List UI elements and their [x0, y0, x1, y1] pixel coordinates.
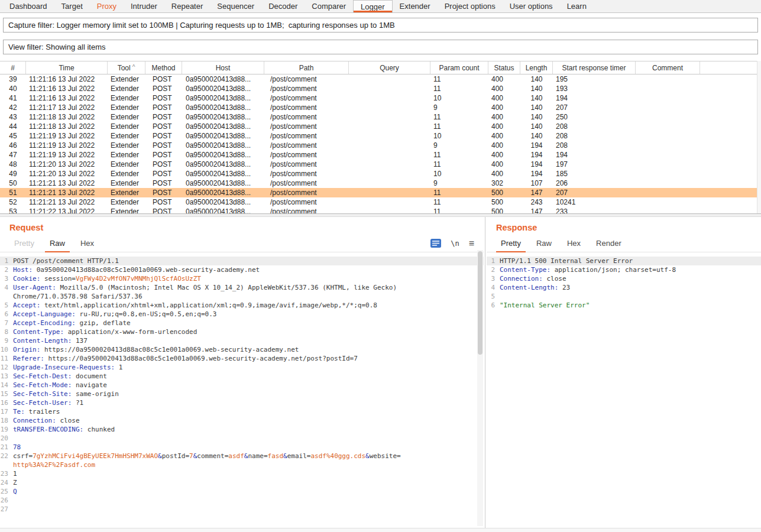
request-editor[interactable]: 1POST /post/comment HTTP/1.12Host: 0a950… [0, 252, 484, 514]
cell-start-response-timer: 193 [553, 85, 636, 93]
show-newlines-icon[interactable]: \n [451, 239, 459, 248]
response-tabs: PrettyRawHexRender [487, 235, 761, 252]
menu-tab-sequencer[interactable]: Sequencer [210, 0, 261, 12]
text-segment: ?1 [72, 399, 83, 407]
text-segment: User-Agent: [13, 284, 56, 291]
response-tab-raw[interactable]: Raw [530, 235, 558, 252]
request-tab-hex[interactable]: Hex [75, 235, 100, 252]
editor-menu-icon[interactable]: ≡ [469, 238, 474, 249]
menu-tab-decoder[interactable]: Decoder [261, 0, 305, 12]
request-scrollbar[interactable] [477, 250, 483, 526]
menu-tab-repeater[interactable]: Repeater [164, 0, 210, 12]
request-scrollbar-thumb[interactable] [478, 251, 482, 355]
line-content: csrf=7gYzhMCiFvi4gBEyUEEk7HmHSHM7xWAO&po… [13, 452, 401, 469]
log-row-48[interactable]: 4811:21:20 13 Jul 2022ExtenderPOST0a9500… [0, 160, 761, 169]
cell-method: POST [145, 160, 182, 168]
table-vertical-scrollbar[interactable] [757, 61, 761, 213]
response-tab-render[interactable]: Render [590, 235, 627, 252]
text-segment: 7 [189, 452, 193, 460]
log-row-53[interactable]: 5311:21:22 13 Jul 2022ExtenderPOST0a9500… [0, 207, 761, 213]
text-segment: Origin: [13, 346, 40, 353]
cell-path: /post/comment [264, 179, 349, 187]
cell-time: 11:21:20 13 Jul 2022 [26, 170, 108, 178]
menu-tab-comparer[interactable]: Comparer [305, 0, 353, 12]
menu-tab-intruder[interactable]: Intruder [124, 0, 164, 12]
text-segment: & [283, 452, 287, 460]
menu-tab-user-options[interactable]: User options [503, 0, 560, 12]
capture-filter-bar[interactable]: Capture filter: Logger memory limit set … [3, 18, 758, 33]
text-segment: email= [287, 452, 311, 460]
text-segment: Host: [13, 266, 33, 274]
column-header-start-response-timer[interactable]: Start response timer [553, 61, 636, 74]
bottom-horizontal-scrollbar[interactable] [0, 528, 761, 532]
menu-tab-project-options[interactable]: Project options [438, 0, 503, 12]
wrap-lines-icon[interactable] [430, 239, 441, 248]
log-row-43[interactable]: 4311:21:18 13 Jul 2022ExtenderPOST0a9500… [0, 112, 761, 122]
column-header-comment[interactable]: Comment [636, 61, 700, 74]
log-row-44[interactable]: 4411:21:18 13 Jul 2022ExtenderPOST0a9500… [0, 122, 761, 131]
log-row-40[interactable]: 4011:21:16 13 Jul 2022ExtenderPOST0a9500… [0, 84, 761, 93]
request-line: 9Content-Length: 137 [0, 336, 484, 345]
cell-length: 194 [520, 170, 553, 178]
cell-time: 11:21:16 13 Jul 2022 [26, 75, 108, 83]
log-row-51[interactable]: 5111:21:21 13 Jul 2022ExtenderPOST0a9500… [0, 188, 761, 197]
log-row-50[interactable]: 5011:21:21 13 Jul 2022ExtenderPOST0a9500… [0, 179, 761, 188]
column-header-param-count[interactable]: Param count [430, 61, 488, 74]
column-header-host[interactable]: Host [182, 61, 264, 74]
text-segment: VgFWy4D2vMfON7vMNMhjQlScfAOsUzZT [76, 275, 201, 283]
column-header-tool[interactable]: Tool^ [108, 61, 145, 74]
menu-tab-proxy[interactable]: Proxy [90, 0, 124, 12]
text-segment: 78 [13, 443, 21, 451]
menu-tab-logger[interactable]: Logger [353, 0, 392, 12]
cell-tool: Extender [108, 122, 145, 131]
line-content: tRANSFER-ENCODING: chunked [13, 425, 401, 434]
log-row-49[interactable]: 4911:21:20 13 Jul 2022ExtenderPOST0a9500… [0, 169, 761, 179]
view-filter-bar[interactable]: View filter: Showing all items [3, 40, 758, 54]
column-header-path[interactable]: Path [264, 61, 349, 74]
request-line: 7Accept-Encoding: gzip, deflate [0, 319, 484, 327]
line-number: 15 [0, 390, 13, 398]
cell-time: 11:21:19 13 Jul 2022 [26, 132, 108, 140]
column-header-method[interactable]: Method [145, 61, 182, 74]
cell-tool: Extender [108, 179, 145, 187]
menu-tab-extender[interactable]: Extender [393, 0, 438, 12]
log-row-52[interactable]: 5211:21:21 13 Jul 2022ExtenderPOST0a9500… [0, 197, 761, 207]
response-tab-pretty[interactable]: Pretty [495, 235, 527, 252]
cell-path: /post/comment [264, 170, 349, 178]
cell-start-response-timer: 194 [553, 151, 636, 159]
response-tab-hex[interactable]: Hex [561, 235, 587, 252]
text-segment: Te: [13, 408, 25, 416]
column-header-time[interactable]: Time [26, 61, 108, 74]
cell-num: 45 [0, 132, 26, 140]
request-line: 13Sec-Fetch-Dest: document [0, 372, 484, 381]
cell-tool: Extender [108, 75, 145, 83]
request-tab-pretty[interactable]: Pretty [8, 235, 40, 252]
menu-tab-dashboard[interactable]: Dashboard [2, 0, 54, 12]
text-segment: same-origin [72, 390, 118, 398]
log-row-41[interactable]: 4111:21:16 13 Jul 2022ExtenderPOST0a9500… [0, 93, 761, 103]
column-header-query[interactable]: Query [349, 61, 430, 74]
column-header-status[interactable]: Status [488, 61, 520, 74]
line-number: 24 [0, 478, 13, 487]
cell-host: 0a9500020413d88... [182, 75, 264, 83]
menu-tab-target[interactable]: Target [54, 0, 90, 12]
request-line: 26 [0, 496, 484, 505]
request-tab-raw[interactable]: Raw [44, 235, 71, 252]
request-line: 1POST /post/comment HTTP/1.1 [0, 257, 484, 265]
log-row-42[interactable]: 4211:21:17 13 Jul 2022ExtenderPOST0a9500… [0, 103, 761, 112]
request-line: 11Referer: https://0a9500020413d88ac08c5… [0, 354, 484, 363]
log-row-39[interactable]: 3911:21:16 13 Jul 2022ExtenderPOST0a9500… [0, 74, 761, 84]
log-row-45[interactable]: 4511:21:19 13 Jul 2022ExtenderPOST0a9500… [0, 131, 761, 141]
line-content: Accept: text/html,application/xhtml+xml,… [13, 301, 401, 310]
view-filter-text: View filter: Showing all items [8, 43, 106, 51]
response-line: 2Content-Type: application/json; charset… [487, 265, 761, 274]
cell-length: 194 [520, 160, 553, 168]
line-number: 8 [0, 327, 13, 336]
log-row-46[interactable]: 4611:21:19 13 Jul 2022ExtenderPOST0a9500… [0, 141, 761, 150]
column-header-num[interactable]: # [0, 61, 26, 74]
log-row-47[interactable]: 4711:21:19 13 Jul 2022ExtenderPOST0a9500… [0, 150, 761, 160]
response-editor[interactable]: 1HTTP/1.1 500 Internal Server Error2Cont… [487, 252, 761, 310]
column-header-length[interactable]: Length [520, 61, 553, 74]
menu-tab-learn[interactable]: Learn [560, 0, 594, 12]
cell-start-response-timer: 250 [553, 113, 636, 121]
